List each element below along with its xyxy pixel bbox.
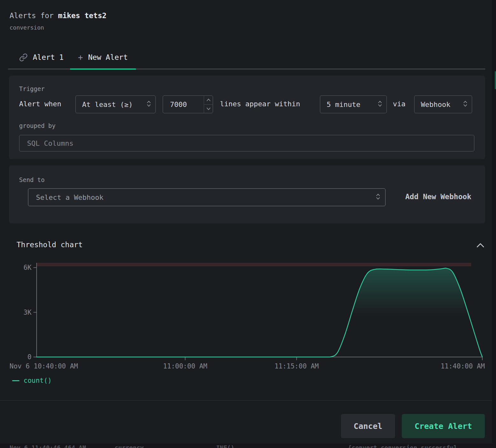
chart-legend: count(): [12, 377, 52, 384]
modal-title: Alerts for mikes tets2: [10, 11, 107, 20]
modal-title-prefix: Alerts for: [10, 11, 58, 20]
time-window-select[interactable]: 5 minute: [320, 95, 387, 113]
tab-new-alert-label: New Alert: [88, 53, 128, 61]
webhook-select[interactable]: Select a Webhook: [28, 188, 386, 206]
channel-select[interactable]: Webhook: [414, 95, 472, 113]
background-log-level: INF(): [216, 444, 234, 448]
group-by-input[interactable]: SQL Columns: [19, 135, 474, 151]
footer-divider: [0, 400, 492, 401]
plus-icon: +: [78, 53, 83, 61]
threshold-value-input[interactable]: 7000: [163, 95, 213, 113]
legend-series-dash: [12, 380, 19, 381]
via-label: via: [393, 100, 406, 108]
threshold-type-select[interactable]: At least (≥): [75, 95, 156, 113]
threshold-chart-title: Threshold chart: [17, 241, 83, 249]
legend-series-label: count(): [24, 377, 52, 384]
send-to-panel: Send to Select a Webhook Add New Webhook: [9, 165, 485, 223]
trigger-panel: Trigger Alert when At least (≥) 7000: [9, 76, 485, 159]
tab-new-alert[interactable]: + New Alert: [78, 51, 128, 64]
tab-alert-1[interactable]: Alert 1: [19, 51, 64, 64]
threshold-value[interactable]: 7000: [163, 96, 204, 113]
lines-appear-within-label: lines appear within: [220, 100, 300, 108]
x-tick-label: 11:15:00 AM: [274, 362, 319, 370]
background-log-column: currency: [115, 444, 144, 448]
chevron-up-icon: [476, 243, 485, 248]
number-stepper: [204, 96, 213, 113]
tab-alert-1-label: Alert 1: [33, 53, 64, 61]
chevron-up-down-icon: [378, 100, 382, 109]
time-window-value: 5 minute: [327, 101, 360, 108]
create-alert-button[interactable]: Create Alert: [402, 414, 485, 438]
link-icon: [19, 53, 28, 62]
modal-subtitle: conversion: [10, 24, 44, 31]
x-tick-label: Nov 6 10:40:00 AM: [10, 362, 78, 370]
chevron-up-down-icon: [463, 100, 467, 109]
threshold-type-value: At least (≥): [82, 101, 133, 108]
add-new-webhook-button[interactable]: Add New Webhook: [405, 192, 471, 201]
screen: Alerts for mikes tets2 conversion Alert …: [0, 0, 496, 448]
trigger-section-label: Trigger: [19, 85, 45, 92]
cancel-button[interactable]: Cancel: [341, 414, 395, 438]
x-tick-label: 11:00:00 AM: [163, 362, 207, 370]
series-area: [37, 268, 482, 357]
chevron-up-down-icon: [147, 100, 151, 109]
modal-title-source-name: mikes tets2: [58, 11, 106, 20]
send-to-label: Send to: [19, 176, 45, 183]
collapse-chart-button[interactable]: [475, 241, 486, 250]
threshold-band: [37, 263, 471, 266]
y-tick-label: 3K: [24, 309, 32, 316]
stepper-down-button[interactable]: [204, 105, 213, 113]
active-tab-indicator: [70, 68, 136, 70]
alert-when-label: Alert when: [19, 100, 61, 108]
channel-value: Webhook: [421, 101, 450, 108]
background-log-row: Nov 6 11:40:46.464 AM currency INF() {co…: [0, 444, 496, 448]
background-green-element: [495, 71, 496, 89]
create-alert-modal: Alerts for mikes tets2 conversion Alert …: [0, 0, 492, 444]
y-tick-label: 0: [27, 353, 32, 361]
background-page-edge: [492, 0, 496, 448]
background-log-timestamp: Nov 6 11:40:46.464 AM: [10, 444, 86, 448]
background-log-message: {convert conversion successful: [348, 444, 457, 448]
grouped-by-label: grouped by: [19, 122, 55, 129]
x-tick-label: 11:40:00 AM: [441, 362, 485, 370]
group-by-placeholder: SQL Columns: [27, 139, 74, 147]
webhook-select-placeholder: Select a Webhook: [36, 193, 103, 201]
chevron-up-down-icon: [376, 193, 380, 202]
threshold-chart: 03K6KNov 6 10:40:00 AM11:00:00 AM11:15:0…: [0, 255, 492, 375]
y-tick-label: 6K: [24, 264, 32, 271]
stepper-up-button[interactable]: [204, 96, 213, 105]
